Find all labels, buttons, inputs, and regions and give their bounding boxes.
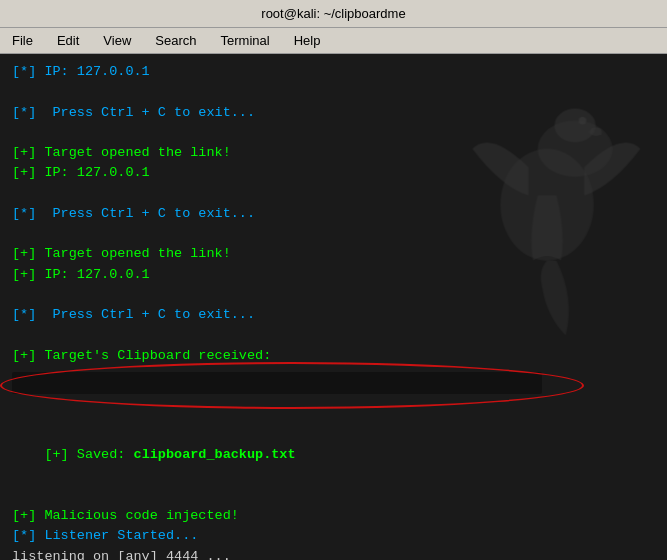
terminal-line-10: [+] Target opened the link! [12, 244, 655, 264]
terminal-area: [*] IP: 127.0.0.1 [*] Press Ctrl + C to … [0, 54, 667, 560]
terminal-spacer-8 [12, 486, 655, 506]
terminal-line-11: [+] IP: 127.0.0.1 [12, 265, 655, 285]
terminal-spacer-6 [12, 325, 655, 345]
window-title: root@kali: ~/clipboardme [261, 6, 405, 21]
menu-edit[interactable]: Edit [53, 31, 83, 50]
terminal-spacer-2 [12, 123, 655, 143]
menu-help[interactable]: Help [290, 31, 325, 50]
redacted-data [12, 372, 542, 394]
terminal-line-20: [+] Malicious code injected! [12, 506, 655, 526]
terminal-line-22: listening on [any] 4444 ... [12, 547, 655, 561]
terminal-line-13: [*] Press Ctrl + C to exit... [12, 305, 655, 325]
terminal-line-5: [+] Target opened the link! [12, 143, 655, 163]
terminal-line-3: [*] Press Ctrl + C to exit... [12, 103, 655, 123]
menu-bar: File Edit View Search Terminal Help [0, 28, 667, 54]
terminal-spacer-1 [12, 82, 655, 102]
terminal-spacer-7 [12, 405, 655, 425]
menu-terminal[interactable]: Terminal [217, 31, 274, 50]
menu-view[interactable]: View [99, 31, 135, 50]
terminal-spacer-5 [12, 285, 655, 305]
redacted-content-container [12, 372, 572, 399]
menu-file[interactable]: File [8, 31, 37, 50]
menu-search[interactable]: Search [151, 31, 200, 50]
terminal-line-15: [+] Target's Clipboard received: [12, 346, 655, 366]
terminal-line-18: [+] Saved: clipboard_backup.txt [12, 425, 655, 486]
terminal-line-1: [*] IP: 127.0.0.1 [12, 62, 655, 82]
terminal-line-6: [+] IP: 127.0.0.1 [12, 163, 655, 183]
terminal-line-8: [*] Press Ctrl + C to exit... [12, 204, 655, 224]
terminal-line-21: [*] Listener Started... [12, 526, 655, 546]
title-bar: root@kali: ~/clipboardme [0, 0, 667, 28]
terminal-spacer-3 [12, 184, 655, 204]
terminal-spacer-4 [12, 224, 655, 244]
